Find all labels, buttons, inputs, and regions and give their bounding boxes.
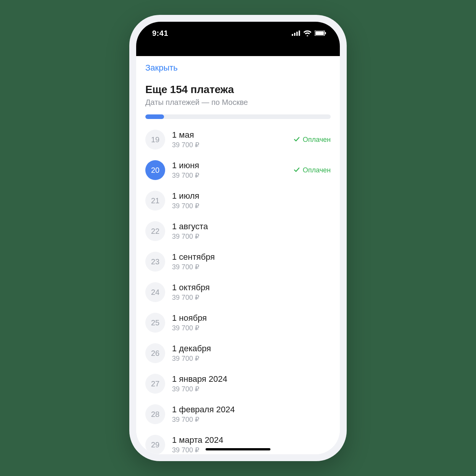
device-notch	[194, 22, 282, 37]
battery-icon	[315, 31, 326, 36]
svg-rect-6	[325, 32, 326, 34]
payment-number-badge: 21	[145, 191, 165, 211]
cellular-icon	[292, 31, 300, 36]
payment-date: 1 января 2024	[172, 374, 331, 384]
payment-number-badge: 29	[145, 435, 165, 454]
payment-amount: 39 700 ₽	[172, 141, 287, 149]
home-indicator[interactable]	[206, 448, 270, 450]
title-block: Еще 154 платежа Даты платежей — по Москв…	[136, 77, 340, 109]
payment-row[interactable]: 261 декабря39 700 ₽	[145, 338, 331, 368]
svg-rect-5	[315, 31, 324, 35]
svg-rect-3	[299, 31, 300, 36]
payment-amount: 39 700 ₽	[172, 263, 331, 271]
payment-main: 1 января 202439 700 ₽	[172, 374, 331, 393]
progress-wrap	[136, 109, 340, 122]
payment-status-label: Оплачен	[303, 166, 331, 174]
payment-row[interactable]: 281 февраля 202439 700 ₽	[145, 399, 331, 429]
statusbar-right	[292, 30, 326, 36]
payment-number-badge: 24	[145, 282, 165, 302]
payment-main: 1 декабря39 700 ₽	[172, 344, 331, 363]
payment-main: 1 ноября39 700 ₽	[172, 313, 331, 332]
payment-amount: 39 700 ₽	[172, 415, 331, 424]
payment-date: 1 сентября	[172, 252, 331, 262]
payment-main: 1 августа39 700 ₽	[172, 222, 331, 241]
payment-amount: 39 700 ₽	[172, 385, 331, 393]
payment-row[interactable]: 251 ноября39 700 ₽	[145, 307, 331, 338]
svg-rect-1	[294, 33, 296, 36]
payment-number-badge: 26	[145, 343, 165, 363]
payment-amount: 39 700 ₽	[172, 202, 331, 210]
payment-row[interactable]: 211 июля39 700 ₽	[145, 185, 331, 216]
payment-status-label: Оплачен	[303, 136, 331, 144]
payment-status-paid: Оплачен	[294, 136, 331, 144]
statusbar-area: 9:41	[136, 22, 340, 56]
payment-date: 1 ноября	[172, 313, 331, 323]
payment-number-badge: 19	[145, 130, 165, 150]
payment-amount: 39 700 ₽	[172, 354, 331, 363]
payment-status-paid: Оплачен	[294, 166, 331, 174]
payment-date: 1 февраля 2024	[172, 405, 331, 415]
payment-amount: 39 700 ₽	[172, 293, 331, 302]
payment-main: 1 октября39 700 ₽	[172, 283, 331, 302]
payment-amount: 39 700 ₽	[172, 324, 331, 332]
payment-main: 1 марта 202439 700 ₽	[172, 435, 331, 454]
payment-number-badge: 28	[145, 404, 165, 424]
progress-bar	[145, 114, 331, 119]
payment-row[interactable]: 291 марта 202439 700 ₽	[145, 429, 331, 454]
payment-amount: 39 700 ₽	[172, 232, 331, 241]
payment-main: 1 мая39 700 ₽	[172, 130, 287, 149]
payment-number-badge: 22	[145, 221, 165, 241]
payment-main: 1 июля39 700 ₽	[172, 191, 331, 210]
payments-list[interactable]: 191 мая39 700 ₽Оплачен201 июня39 700 ₽Оп…	[136, 122, 340, 454]
payment-row[interactable]: 271 января 202439 700 ₽	[145, 368, 331, 399]
payment-number-badge: 23	[145, 252, 165, 272]
payment-number-badge: 25	[145, 313, 165, 333]
payment-date: 1 августа	[172, 222, 331, 232]
progress-fill	[145, 114, 164, 119]
statusbar-time: 9:41	[152, 29, 168, 38]
payment-number-badge: 20	[145, 160, 165, 180]
payment-date: 1 декабря	[172, 344, 331, 354]
payment-date: 1 октября	[172, 283, 331, 293]
payment-amount: 39 700 ₽	[172, 171, 287, 180]
payment-number-badge: 27	[145, 374, 165, 394]
payment-date: 1 марта 2024	[172, 435, 331, 445]
payment-date: 1 июня	[172, 161, 287, 170]
wifi-icon	[303, 30, 312, 36]
svg-rect-2	[296, 32, 298, 36]
payment-date: 1 мая	[172, 130, 287, 140]
payment-main: 1 сентября39 700 ₽	[172, 252, 331, 271]
screen: 9:41 Закрыть Еще 154	[136, 22, 340, 454]
check-icon	[294, 167, 301, 174]
check-icon	[294, 136, 301, 143]
payment-main: 1 июня39 700 ₽	[172, 161, 287, 180]
payment-row[interactable]: 191 мая39 700 ₽Оплачен	[145, 124, 331, 155]
page-subtitle: Даты платежей — по Москве	[145, 98, 331, 107]
payment-main: 1 февраля 202439 700 ₽	[172, 405, 331, 424]
payments-sheet: Закрыть Еще 154 платежа Даты платежей — …	[136, 56, 340, 454]
payment-row[interactable]: 241 октября39 700 ₽	[145, 277, 331, 307]
payment-row[interactable]: 201 июня39 700 ₽Оплачен	[145, 155, 331, 185]
svg-rect-0	[292, 34, 293, 36]
page-title: Еще 154 платежа	[145, 84, 331, 96]
payment-row[interactable]: 231 сентября39 700 ₽	[145, 246, 331, 277]
payment-date: 1 июля	[172, 191, 331, 201]
close-button[interactable]: Закрыть	[145, 63, 178, 73]
payment-row[interactable]: 221 августа39 700 ₽	[145, 216, 331, 246]
phone-frame: 9:41 Закрыть Еще 154	[129, 15, 347, 461]
close-row: Закрыть	[136, 56, 340, 77]
